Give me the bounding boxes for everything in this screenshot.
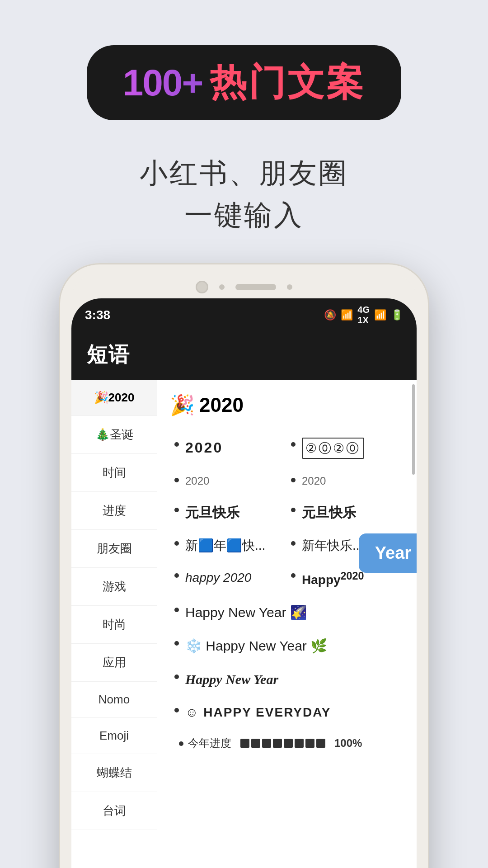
- progress-label: 今年进度: [188, 736, 231, 750]
- phone-sensor: [219, 284, 225, 290]
- list-item[interactable]: 2020: [170, 430, 286, 466]
- progress-block: [284, 739, 293, 748]
- phone-camera: [196, 281, 208, 293]
- list-item[interactable]: 元旦快乐: [170, 496, 286, 529]
- item-text: Happy New Year: [185, 670, 278, 689]
- progress-block: [305, 739, 314, 748]
- sidebar-item-bow[interactable]: 蝴蝶结: [71, 754, 157, 792]
- progress-blocks: [240, 739, 325, 748]
- bullet-icon: [174, 478, 179, 482]
- item-text: Happy New Year 🌠: [185, 603, 307, 622]
- bullet-icon: [174, 541, 179, 546]
- main-content: 🎉 2020 2020 ②⓪②⓪: [157, 380, 417, 868]
- sidebar-item-progress[interactable]: 进度: [71, 492, 157, 530]
- sidebar-item-games[interactable]: 游戏: [71, 568, 157, 606]
- phone-outer: 3:38 🔕 📶 4G1X 📶 🔋 短语 🎉2020 🎄圣诞: [59, 263, 429, 868]
- badge-pill: 100+ 热门文案: [87, 45, 402, 120]
- item-text: ❄️ Happy New Year 🌿: [185, 637, 327, 656]
- bullet-icon: [174, 675, 179, 679]
- list-item[interactable]: 2020: [286, 466, 403, 496]
- list-item[interactable]: ②⓪②⓪: [286, 430, 403, 466]
- sidebar-item-nomo[interactable]: Nomo: [71, 682, 157, 718]
- section-emoji: 🎉: [170, 393, 195, 417]
- bullet-icon: [174, 608, 179, 612]
- bullet-icon: [174, 708, 179, 712]
- progress-block: [295, 739, 304, 748]
- marketing-section: 100+ 热门文案 小红书、朋友圈 一键输入: [0, 0, 488, 263]
- phone-sensor-2: [287, 284, 292, 290]
- item-text: 元旦快乐: [302, 503, 356, 522]
- sidebar-item-lines[interactable]: 台词: [71, 792, 157, 830]
- sidebar-item-christmas[interactable]: 🎄圣诞: [71, 416, 157, 454]
- phone-speaker: [235, 284, 276, 290]
- section-title: 🎉 2020: [170, 393, 403, 417]
- badge-text: 热门文案: [210, 58, 365, 108]
- phone-top-bar: [71, 276, 417, 298]
- bullet-icon: [291, 478, 296, 482]
- item-text: 新🟦年🟦快...: [185, 537, 265, 554]
- list-item[interactable]: 新🟦年🟦快...: [170, 529, 286, 561]
- list-item[interactable]: happy 2020: [170, 561, 286, 596]
- sidebar-item-apps[interactable]: 应用: [71, 644, 157, 682]
- item-text: 新年快乐...: [302, 537, 363, 554]
- phone-mockup: 3:38 🔕 📶 4G1X 📶 🔋 短语 🎉2020 🎄圣诞: [59, 263, 429, 868]
- item-text: 元旦快乐: [185, 503, 239, 522]
- sidebar: 🎉2020 🎄圣诞 时间 进度 朋友圈 游戏 时尚 应用 Nomo Emoji …: [71, 380, 157, 868]
- app-body: 🎉2020 🎄圣诞 时间 进度 朋友圈 游戏 时尚 应用 Nomo Emoji …: [71, 380, 417, 868]
- item-text: ☺ HAPPY EVERYDAY: [185, 703, 331, 721]
- status-icons: 🔕 📶 4G1X 📶 🔋: [324, 305, 403, 326]
- sub-headline-line2: 一键输入: [140, 194, 348, 236]
- item-text: 2020: [185, 438, 223, 458]
- sidebar-item-fashion[interactable]: 时尚: [71, 606, 157, 644]
- progress-row: 今年进度 100%: [170, 729, 403, 758]
- progress-block: [240, 739, 249, 748]
- item-text: 2020: [302, 473, 326, 489]
- content-grid: 2020 ②⓪②⓪ 2020 2020: [170, 430, 403, 729]
- wifi-icon: 📶: [341, 309, 353, 321]
- battery-icon: 🔋: [391, 309, 403, 321]
- sidebar-item-2020[interactable]: 🎉2020: [71, 380, 157, 416]
- item-text: ②⓪②⓪: [302, 438, 364, 459]
- bullet-icon: [174, 442, 179, 447]
- badge-number: 100+: [123, 61, 203, 104]
- list-item[interactable]: Happy New Year: [170, 663, 403, 696]
- app-header: 短语: [71, 332, 417, 380]
- list-item[interactable]: ❄️ Happy New Year 🌿: [170, 629, 403, 663]
- list-item[interactable]: 元旦快乐: [286, 496, 403, 529]
- item-text: 2020: [185, 473, 209, 489]
- list-item[interactable]: Happy New Year 🌠: [170, 596, 403, 629]
- bullet-icon: [179, 741, 183, 746]
- tooltip-bubble: Year P: [359, 533, 417, 573]
- bullet-icon: [291, 508, 296, 512]
- status-bar: 3:38 🔕 📶 4G1X 📶 🔋: [71, 298, 417, 332]
- bullet-icon: [174, 641, 179, 646]
- section-year: 2020: [199, 394, 244, 416]
- scrollbar[interactable]: [412, 384, 415, 475]
- status-time: 3:38: [85, 308, 110, 322]
- bullet-icon: [291, 573, 296, 578]
- progress-block: [273, 739, 282, 748]
- progress-percentage: 100%: [334, 737, 362, 750]
- signal-icon: 📶: [374, 309, 386, 321]
- tooltip-text: Year P: [375, 543, 417, 562]
- app-title: 短语: [87, 343, 130, 366]
- progress-block: [316, 739, 325, 748]
- sub-headline-line1: 小红书、朋友圈: [140, 152, 348, 194]
- bullet-icon: [174, 573, 179, 578]
- phone-inner: 3:38 🔕 📶 4G1X 📶 🔋 短语 🎉2020 🎄圣诞: [71, 298, 417, 868]
- progress-block: [262, 739, 271, 748]
- item-text: happy 2020: [185, 569, 251, 586]
- list-item[interactable]: ☺ HAPPY EVERYDAY: [170, 696, 403, 728]
- sidebar-item-time[interactable]: 时间: [71, 454, 157, 492]
- progress-block: [251, 739, 260, 748]
- network-label: 4G1X: [357, 305, 370, 326]
- item-text: Happy2020: [302, 569, 364, 589]
- bullet-icon: [174, 508, 179, 512]
- sidebar-item-emoji[interactable]: Emoji: [71, 718, 157, 754]
- list-item[interactable]: 2020: [170, 466, 286, 496]
- bullet-icon: [291, 442, 296, 447]
- bullet-icon: [291, 541, 296, 546]
- bell-icon: 🔕: [324, 309, 336, 321]
- sub-headline: 小红书、朋友圈 一键输入: [140, 152, 348, 236]
- sidebar-item-moments[interactable]: 朋友圈: [71, 530, 157, 568]
